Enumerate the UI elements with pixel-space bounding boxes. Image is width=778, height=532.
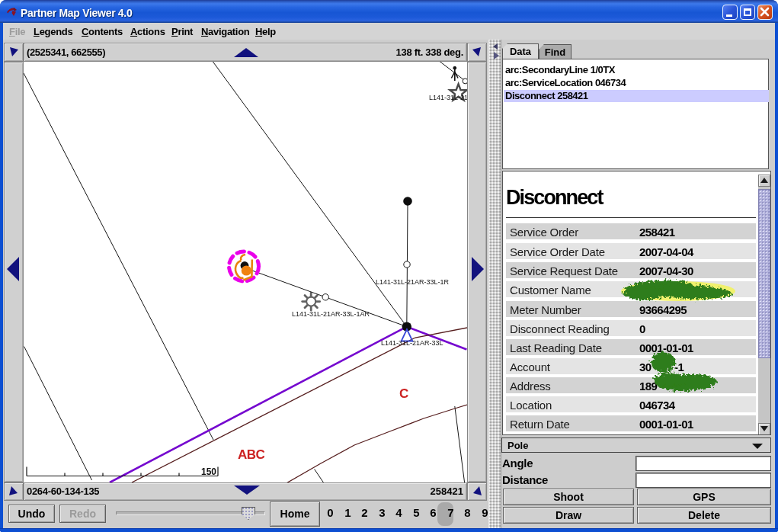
svg-text:L141-31L-21AR-33L-1AR: L141-31L-21AR-33L-1AR <box>292 310 370 318</box>
svg-text:ABC: ABC <box>238 447 265 462</box>
svg-text:L141-31L-21AR-33L-1R: L141-31L-21AR-33L-1R <box>376 278 450 286</box>
svg-text:L141-31L-21: L141-31L-21 <box>429 94 467 101</box>
svg-text:L141-31L-21AR-33L: L141-31L-21AR-33L <box>381 339 443 347</box>
svg-text:C: C <box>399 386 408 401</box>
svg-text:150: 150 <box>201 466 216 477</box>
